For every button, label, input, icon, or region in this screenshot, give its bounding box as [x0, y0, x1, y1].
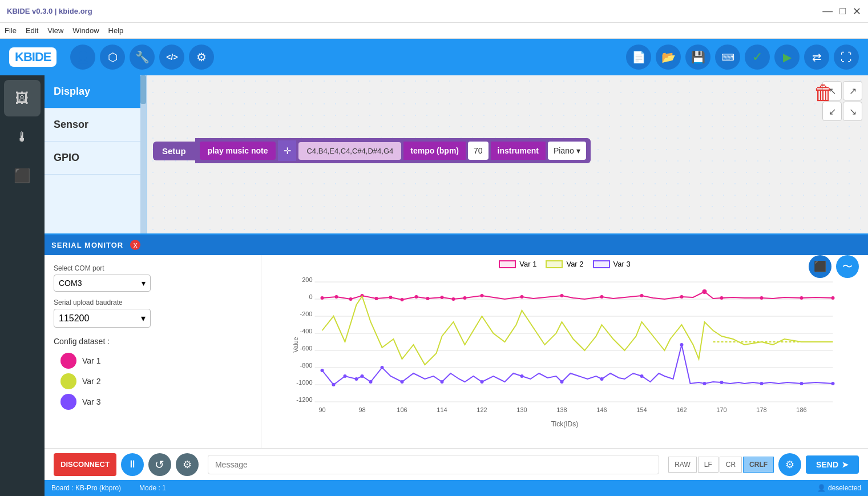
- open-file-button[interactable]: 📂: [656, 45, 681, 70]
- notes-block[interactable]: C4,B4,E4,C4,C#4,D#4,G4: [298, 142, 401, 160]
- eol-crlf[interactable]: CRLF: [743, 457, 774, 473]
- svg-text:162: 162: [676, 406, 687, 413]
- legend-var1-label: Var 1: [519, 260, 536, 268]
- svg-text:114: 114: [437, 406, 447, 413]
- baud-rate-dropdown-icon: ▾: [141, 313, 146, 324]
- legend-var2-label: Var 2: [566, 260, 583, 268]
- serial-controls: Select COM port COM3 ▾ Serial upload bau…: [45, 255, 261, 448]
- disconnect-button[interactable]: DISCONNECT: [54, 453, 116, 476]
- var3-row: Var 3: [60, 394, 252, 410]
- svg-text:-1200: -1200: [296, 396, 312, 403]
- save-file-button[interactable]: 💾: [685, 45, 710, 70]
- sidebar-item-gpio[interactable]: ⬛: [4, 158, 41, 194]
- eol-group: RAW LF CR CRLF: [668, 457, 774, 473]
- svg-point-51: [800, 296, 804, 300]
- svg-point-44: [560, 294, 564, 297]
- category-scrollbar-thumb: [140, 75, 146, 104]
- chart-area: Var 1 Var 2 Var 3 ⬛ 〜: [261, 255, 868, 448]
- piano-value-block[interactable]: Piano ▾: [548, 142, 586, 160]
- bpm-value-block[interactable]: 70: [468, 142, 488, 160]
- menu-edit[interactable]: Edit: [26, 26, 38, 35]
- delete-button[interactable]: 🗑: [813, 81, 834, 105]
- settings-send-config[interactable]: ⚙: [778, 453, 801, 476]
- svg-point-58: [369, 380, 373, 384]
- legend-var3: Var 3: [593, 260, 631, 268]
- svg-text:0: 0: [309, 293, 312, 300]
- maximize-button[interactable]: □: [839, 5, 846, 18]
- svg-text:-200: -200: [300, 310, 312, 317]
- terminal-button[interactable]: ⌨: [715, 45, 740, 70]
- svg-text:170: 170: [716, 406, 726, 413]
- category-sensor[interactable]: Sensor: [45, 108, 146, 142]
- connector-icon: ✛: [278, 140, 296, 161]
- settings-action-button[interactable]: ⚙: [176, 453, 199, 476]
- run-button[interactable]: ▶: [774, 45, 800, 70]
- serial-monitor-header: SERIAL MONITOR x: [45, 235, 868, 255]
- svg-text:-400: -400: [300, 328, 312, 334]
- block-setup: Setup play music note ✛ C4,B4,E4,C4,C#4,…: [153, 138, 591, 163]
- svg-point-65: [600, 377, 604, 381]
- svg-point-68: [703, 382, 706, 385]
- svg-text:178: 178: [756, 406, 766, 413]
- left-sidebar: 🖼 🌡 ⬛: [0, 75, 45, 496]
- svg-point-59: [381, 366, 384, 369]
- chart-container: 200 0 -200 -400 -600 -800 -1000 -1200 Va…: [271, 271, 859, 428]
- menu-help[interactable]: Help: [108, 26, 124, 35]
- zoom-out-br[interactable]: ↘: [843, 102, 862, 121]
- var3-chip[interactable]: [60, 394, 76, 410]
- send-button[interactable]: SEND ➤: [806, 455, 859, 474]
- svg-point-48: [703, 289, 707, 294]
- svg-text:-600: -600: [300, 345, 312, 352]
- eol-lf[interactable]: LF: [698, 457, 718, 473]
- svg-text:Value: Value: [292, 337, 299, 352]
- category-gpio[interactable]: GPIO: [45, 142, 146, 175]
- svg-point-49: [720, 296, 724, 300]
- sidebar-item-display[interactable]: 🖼: [4, 80, 41, 116]
- titlebar: KBIDE v0.3.0 | kbide.org — □ ✕: [0, 0, 868, 23]
- menu-view[interactable]: View: [47, 26, 63, 35]
- svg-text:122: 122: [477, 406, 487, 413]
- serial-monitor-close[interactable]: x: [130, 240, 140, 250]
- eol-raw[interactable]: RAW: [668, 457, 697, 473]
- person-button[interactable]: 👤: [70, 45, 95, 70]
- var2-chip[interactable]: [60, 373, 76, 389]
- var1-chip[interactable]: [60, 353, 76, 369]
- baud-rate-select[interactable]: 115200 ▾: [54, 309, 151, 328]
- refresh-button[interactable]: ↺: [148, 453, 171, 476]
- sidebar-item-sensor[interactable]: 🌡: [4, 119, 41, 155]
- verify-button[interactable]: ✓: [745, 45, 770, 70]
- pause-button[interactable]: ⏸: [121, 453, 144, 476]
- config-dataset-label: Config dataset :: [54, 337, 252, 346]
- share-button[interactable]: ⇄: [804, 45, 829, 70]
- svg-text:-1000: -1000: [296, 379, 312, 386]
- svg-point-46: [640, 294, 644, 297]
- new-file-button[interactable]: 📄: [626, 45, 651, 70]
- trash-icon: 🗑: [813, 81, 834, 104]
- message-input[interactable]: [208, 455, 659, 474]
- menu-window[interactable]: Window: [72, 26, 99, 35]
- zoom-in-tr[interactable]: ↗: [843, 81, 862, 100]
- svg-point-41: [463, 296, 467, 300]
- eol-cr[interactable]: CR: [720, 457, 742, 473]
- menu-file[interactable]: File: [5, 26, 17, 35]
- fullscreen-button[interactable]: ⛶: [834, 45, 859, 70]
- svg-point-70: [760, 382, 764, 385]
- settings-button[interactable]: ⚙: [189, 45, 214, 70]
- user-icon: 👤: [817, 484, 826, 492]
- main-toolbar: KBIDE 👤 ⬡ 🔧 </> ⚙ 📄 📂 💾 ⌨ ✓ ▶ ⇄ ⛶: [0, 39, 868, 75]
- var2-row: Var 2: [60, 373, 252, 389]
- svg-point-54: [332, 383, 336, 386]
- play-music-block[interactable]: play music note: [200, 142, 276, 160]
- wrench-button[interactable]: 🔧: [130, 45, 155, 70]
- close-button[interactable]: ✕: [853, 5, 861, 18]
- svg-point-42: [481, 294, 484, 297]
- minimize-button[interactable]: —: [822, 5, 833, 18]
- svg-point-57: [361, 374, 364, 378]
- legend-var2: Var 2: [546, 260, 583, 268]
- svg-point-40: [452, 297, 455, 301]
- blocks-button[interactable]: ⬡: [100, 45, 125, 70]
- category-display[interactable]: Display: [45, 75, 146, 108]
- code-button[interactable]: </>: [159, 45, 184, 70]
- svg-point-66: [640, 374, 644, 378]
- com-port-select[interactable]: COM3 ▾: [54, 275, 151, 292]
